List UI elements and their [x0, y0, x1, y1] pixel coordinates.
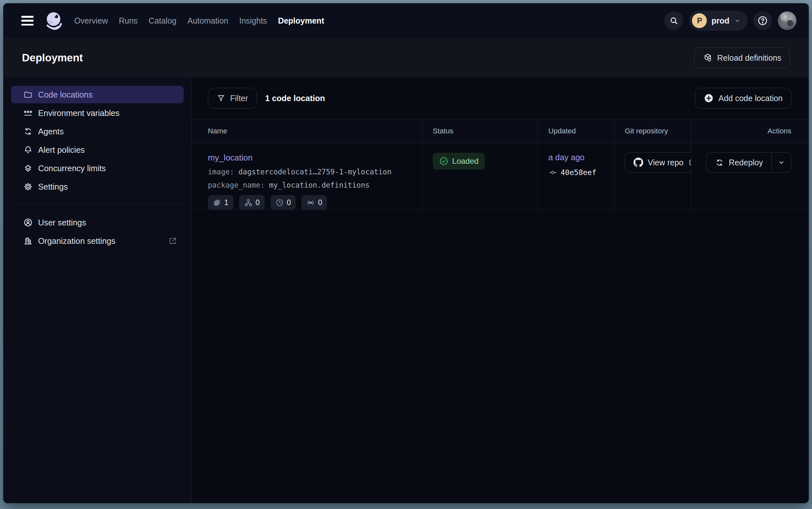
search-icon [669, 16, 679, 26]
sidebar-item-label: User settings [38, 218, 86, 227]
sidebar-item-label: Environment variables [38, 108, 119, 118]
package-value: my_location.definitions [269, 181, 370, 189]
code-location-count: 1 code location [265, 94, 325, 103]
sidebar-divider [12, 204, 183, 205]
image-label: image: [208, 168, 234, 176]
updated-time-link[interactable]: a day ago [548, 153, 585, 162]
assets-count: 1 [224, 198, 228, 207]
help-button[interactable] [753, 11, 772, 30]
dagster-logo-icon[interactable] [44, 10, 65, 31]
code-location-link[interactable]: my_location [208, 153, 253, 163]
actions-cell: Redeploy [691, 143, 809, 210]
page-title: Deployment [22, 52, 694, 64]
assets-icon [213, 198, 221, 207]
deployment-sidebar: Code locations Environment variables [3, 77, 192, 503]
nav-item-catalog[interactable]: Catalog [149, 16, 177, 26]
deployment-initial-badge: P [692, 13, 707, 28]
filter-button[interactable]: Filter [208, 88, 257, 108]
sidebar-item-label: Organization settings [38, 236, 163, 246]
sidebar-item-alert-policies[interactable]: Alert policies [11, 141, 184, 159]
sidebar-item-user-settings[interactable]: User settings [11, 214, 184, 231]
column-header-status: Status [422, 119, 538, 143]
sidebar-item-organization-settings[interactable]: Organization settings [11, 232, 184, 250]
sidebar-item-settings[interactable]: Settings [11, 178, 184, 195]
sidebar-item-agents[interactable]: Agents [11, 123, 184, 140]
navbar-right-cluster: P prod [665, 11, 797, 31]
filter-funnel-icon [217, 94, 226, 103]
sensor-icon [306, 198, 315, 207]
hamburger-menu-icon[interactable] [21, 16, 34, 26]
sidebar-item-label: Code locations [38, 90, 93, 99]
desktop-frame: Overview Runs Catalog Automation Insight… [0, 0, 812, 509]
redeploy-sync-icon [715, 158, 724, 167]
redeploy-more-actions-button[interactable] [771, 152, 791, 173]
reload-definitions-button[interactable]: Reload definitions [694, 47, 790, 68]
nav-item-overview[interactable]: Overview [74, 16, 108, 26]
deployment-switcher[interactable]: P prod [689, 11, 747, 31]
reload-definitions-label: Reload definitions [717, 53, 781, 63]
package-line: package_name: my_location.definitions [208, 181, 422, 189]
sidebar-item-environment-variables[interactable]: Environment variables [11, 104, 184, 122]
plus-circle-icon [704, 93, 714, 103]
help-icon [757, 15, 768, 26]
top-navbar: Overview Runs Catalog Automation Insight… [3, 3, 809, 38]
user-avatar[interactable] [778, 11, 797, 30]
sidebar-item-label: Concurrency limits [38, 164, 106, 173]
status-badge: Loaded [433, 153, 485, 170]
deployment-name: prod [711, 16, 729, 26]
search-button[interactable] [665, 11, 683, 30]
sidebar-item-label: Alert policies [38, 145, 85, 155]
column-header-updated: Updated [538, 119, 614, 143]
jobs-graph-icon [244, 198, 253, 207]
layers-icon [23, 163, 33, 173]
status-label: Loaded [452, 157, 479, 166]
column-header-actions: Actions [691, 119, 809, 143]
table-header-row: Name Status Updated Git repository Actio… [192, 119, 809, 143]
primary-nav: Overview Runs Catalog Automation Insight… [74, 16, 324, 26]
env-variables-icon [23, 108, 33, 118]
column-header-git-repository: Git repository [614, 119, 691, 143]
view-repo-label: View repo [648, 158, 684, 167]
commit-hash: 40e58eef [561, 168, 596, 177]
filter-label: Filter [230, 94, 248, 103]
git-repository-cell: View repo [614, 143, 691, 210]
status-cell: Loaded [422, 143, 538, 210]
agents-sync-icon [23, 127, 33, 136]
sidebar-item-label: Agents [38, 127, 64, 136]
chevron-down-icon [734, 17, 741, 24]
jobs-count: 0 [256, 198, 260, 207]
nav-item-insights[interactable]: Insights [239, 16, 267, 26]
assets-count-badge: 1 [208, 195, 233, 210]
clock-icon [275, 198, 284, 207]
redeploy-split-button: Redeploy [706, 152, 791, 173]
column-header-name: Name [192, 119, 422, 143]
view-repo-button[interactable]: View repo [625, 152, 691, 173]
table-row: my_location image: dagstercodelocati…275… [192, 143, 809, 210]
sensors-count-badge: 0 [301, 195, 327, 210]
page-header: Deployment Reload definitions [3, 38, 809, 77]
organization-icon [23, 236, 33, 246]
sidebar-item-concurrency-limits[interactable]: Concurrency limits [11, 160, 184, 177]
definition-count-badges: 1 0 [208, 195, 422, 210]
content-area: Code locations Environment variables [3, 77, 809, 503]
nav-item-deployment[interactable]: Deployment [278, 16, 324, 26]
image-value: dagstercodelocati…2759-1-mylocation [238, 168, 392, 176]
sidebar-item-code-locations[interactable]: Code locations [11, 86, 184, 103]
schedules-count-badge: 0 [270, 195, 296, 210]
package-label: package_name: [208, 181, 265, 189]
folder-icon [23, 90, 33, 99]
nav-item-automation[interactable]: Automation [187, 16, 228, 26]
chevron-down-icon [777, 159, 785, 166]
jobs-count-badge: 0 [239, 195, 265, 210]
external-link-icon [168, 236, 177, 245]
code-locations-table: Name Status Updated Git repository Actio… [192, 119, 809, 210]
commit-row: 40e58eef [548, 168, 614, 177]
redeploy-button[interactable]: Redeploy [706, 152, 771, 173]
github-icon [633, 158, 643, 167]
add-code-location-label: Add code location [718, 94, 783, 103]
main-panel: Filter 1 code location Add code location [192, 77, 809, 503]
add-code-location-button[interactable]: Add code location [695, 88, 791, 108]
code-locations-toolbar: Filter 1 code location Add code location [192, 77, 809, 119]
nav-item-runs[interactable]: Runs [119, 16, 138, 26]
redeploy-label: Redeploy [729, 158, 763, 167]
